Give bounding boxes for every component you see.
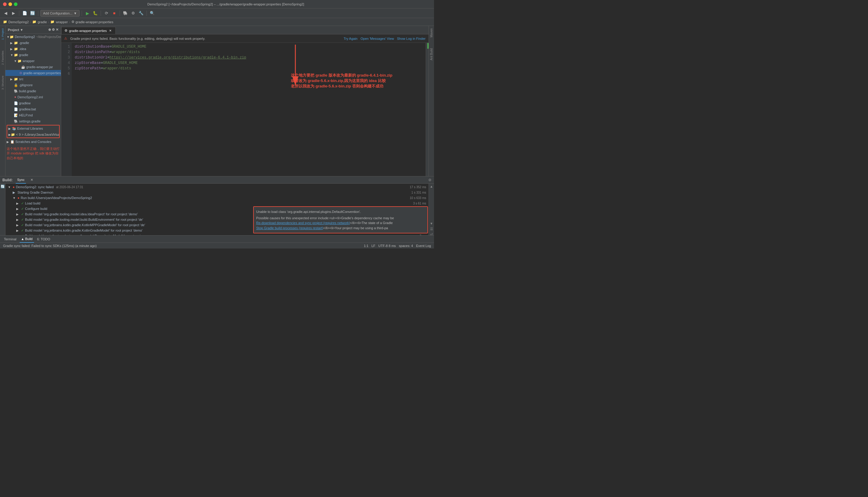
bottom-content: 🔄 ▼ ● DemoSpring2: sync failed at 2020-0… — [0, 184, 434, 242]
breadcrumb-wrapper[interactable]: wrapper — [56, 20, 68, 24]
sync-tab[interactable]: Sync — [16, 176, 26, 184]
error-text-2: Possible causes for this unexpected erro… — [256, 216, 425, 221]
search-btn[interactable]: 🔍 — [149, 10, 156, 17]
tree-gradlew[interactable]: ▶ 📄 gradlew — [5, 100, 61, 106]
tree-gitignore[interactable]: ▶ 🔒 .gitignore — [5, 82, 61, 88]
wrench-btn[interactable]: 🔧 — [138, 10, 144, 17]
position-indicator[interactable]: 1:1 — [364, 244, 368, 247]
tree-scratches[interactable]: ▶ 📋 Scratches and Consoles — [5, 139, 61, 145]
scroll-up[interactable]: ▲ — [429, 184, 434, 189]
todo-tab[interactable]: 6: TODO — [35, 236, 52, 243]
tree-gradle-label: gradle — [19, 53, 28, 57]
lf-indicator[interactable]: LF — [371, 244, 375, 247]
breadcrumb-gradle[interactable]: gradle — [38, 20, 47, 24]
tree-ext-libs[interactable]: ▶ 📚 External Libraries — [7, 126, 59, 131]
gradle-btn[interactable]: 🐘 — [122, 10, 129, 17]
bottom-nav-tabs: Terminal ▲ Build 6: TODO — [0, 235, 434, 242]
build-item-3[interactable]: ▶ ✓ Load build 3 s 61 ms — [5, 201, 429, 206]
maven-tab[interactable]: Maven — [429, 26, 434, 40]
tree-scratches-label: Scratches and Consoles — [15, 140, 51, 144]
settings-btn[interactable]: ⚙ — [130, 10, 136, 17]
sync-message: Gradle project sync failed. Basic functi… — [70, 37, 341, 40]
reload-btn[interactable]: ⟳ — [103, 10, 110, 17]
build-sync-icon[interactable]: 🔄 — [1, 185, 5, 188]
sep1 — [19, 11, 19, 16]
sep6 — [146, 11, 147, 16]
build-gear-icon[interactable]: ⚙ — [428, 178, 431, 182]
open-messages-link[interactable]: Open 'Messages' View — [361, 37, 394, 40]
stop-gradle-link[interactable]: Stop Gradle build processes (requires re… — [256, 226, 323, 230]
redownload-link[interactable]: Re-download dependencies and sync projec… — [256, 221, 350, 225]
scroll-down[interactable]: ▼ — [429, 221, 434, 226]
tree-settings-gradle-label: settings.gradle — [19, 119, 41, 123]
minimize-button[interactable] — [9, 2, 12, 6]
sync-close-tab[interactable]: ✕ — [29, 176, 35, 184]
tree-wrapper-jar[interactable]: ▶ ☕ gradle-wrapper.jar — [5, 64, 61, 70]
filter-btn[interactable]: ☰ — [429, 226, 434, 232]
tree-gradle[interactable]: ▼ 📁 gradle — [5, 52, 61, 58]
tree-jdk[interactable]: ▶ 📁 < 9 > /Library/Java/JavaVirtualMachi… — [7, 131, 59, 138]
tree-root[interactable]: ▼ 📁 DemoSpring2 ~/IdeaProjects/DemoSprin… — [5, 34, 61, 40]
tree-gradlew-bat[interactable]: ▶ 📄 gradlew.bat — [5, 106, 61, 112]
tree-src-label: src — [19, 77, 24, 81]
run-btn[interactable]: ▶ — [84, 10, 91, 17]
debug-btn[interactable]: 🐛 — [92, 10, 99, 17]
stop-btn[interactable]: ■ — [111, 10, 118, 17]
tab-label: gradle-wrapper.properties — [69, 29, 107, 32]
close-button[interactable] — [3, 2, 6, 6]
tree-wrapper-props[interactable]: ▶ ⚙ gradle-wrapper.properties — [5, 70, 61, 76]
back-btn[interactable]: ◀ — [2, 10, 9, 17]
tree-dotgradle[interactable]: ▶ 📁 .gradle — [5, 40, 61, 46]
breadcrumb-file[interactable]: gradle-wrapper.properties — [76, 20, 113, 24]
status-right: 1:1 LF UTF-8 8 ms spaces: 4 Event Log — [364, 244, 431, 247]
tree-settings-gradle[interactable]: ▶ 🐘 settings.gradle — [5, 118, 61, 124]
terminal-tab[interactable]: Terminal — [2, 236, 18, 243]
tab-icon: ⚙ — [64, 29, 68, 32]
file-btn[interactable]: 📄 — [21, 10, 28, 17]
sync-bar: ⚠ Gradle project sync failed. Basic func… — [61, 34, 429, 43]
build-item-2[interactable]: ▼ ● Run build /Users/yan/IdeaProjects/De… — [5, 195, 429, 201]
structure-tab[interactable]: 3: Structure — [0, 73, 5, 92]
event-log[interactable]: Event Log — [416, 244, 431, 247]
status-message: Gradle sync failed: Failed to sync SDKs … — [3, 244, 97, 247]
gear-icon[interactable]: ⚙ — [52, 28, 55, 32]
build-item-0[interactable]: ▼ ● DemoSpring2: sync failed at 2020-06-… — [5, 184, 429, 190]
external-libs-box: ▶ 📚 External Libraries ▶ 📁 < 9 > /Librar… — [6, 125, 60, 138]
window-title: DemoSpring2 [~/IdeaProjects/DemoSpring2]… — [20, 2, 431, 6]
tree-ext-libs-label: External Libraries — [17, 127, 43, 130]
try-again-link[interactable]: Try Again — [343, 37, 357, 40]
tab-close-btn[interactable]: ✕ — [108, 29, 113, 33]
spaces-indicator[interactable]: spaces: 4 — [399, 244, 413, 247]
build-tab[interactable]: ▲ Build — [19, 236, 34, 243]
folder-icon: 📁 — [32, 20, 36, 24]
success-icon-7: ✓ — [21, 223, 24, 227]
project-tab[interactable]: 1: Project — [0, 26, 5, 42]
tree-dotidea[interactable]: ▶ 📁 .idea — [5, 46, 61, 52]
close-icon[interactable]: ✕ — [56, 28, 58, 32]
error-link-2[interactable]: Stop Gradle build processes (requires re… — [256, 226, 425, 231]
build-item-1[interactable]: ▶ Starting Gradle Daemon 1 s 331 ms — [5, 190, 429, 195]
project-label: Project ▼ — [8, 28, 23, 32]
encoding-indicator[interactable]: UTF-8 8 ms — [378, 244, 396, 247]
show-log-link[interactable]: Show Log in Finder — [397, 37, 426, 40]
tree-wrapper[interactable]: ▼ 📁 wrapper — [5, 58, 61, 64]
error-icon-0: ● — [13, 185, 15, 189]
maximize-button[interactable] — [14, 2, 17, 6]
error-link-1[interactable]: Re-download dependencies and sync projec… — [256, 221, 425, 226]
breadcrumb-root[interactable]: DemoSpring2 — [9, 20, 29, 24]
tab-gradle-wrapper[interactable]: ⚙ gradle-wrapper.properties ✕ — [61, 27, 116, 34]
tree-src[interactable]: ▶ 📁 src — [5, 76, 61, 82]
favorites-tab[interactable]: 2: Favorites — [0, 48, 5, 67]
sync-btn[interactable]: 🔄 — [29, 10, 36, 17]
config-button[interactable]: Add Configuration... ▼ — [40, 10, 79, 17]
ant-build-tab[interactable]: Ant Build — [429, 46, 434, 63]
sep5 — [120, 11, 120, 16]
tree-help-md[interactable]: ▶ 📝 HELP.md — [5, 112, 61, 118]
locate-icon[interactable]: ⊕ — [48, 28, 51, 32]
tree-iml[interactable]: ▶ ✦ DemoSpring2.iml — [5, 94, 61, 100]
tree-build-gradle[interactable]: ▶ 🐘 build.gradle — [5, 88, 61, 94]
config-arrow: ▼ — [74, 12, 77, 15]
tree-root-label: DemoSpring2 — [15, 35, 35, 39]
traffic-lights — [3, 2, 17, 6]
forward-btn[interactable]: ▶ — [10, 10, 17, 17]
